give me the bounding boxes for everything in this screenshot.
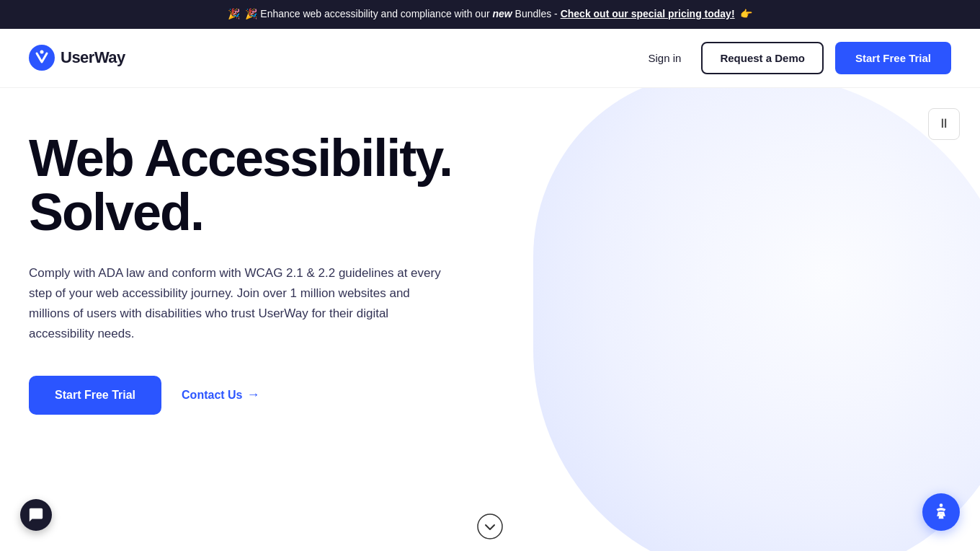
hero-title-line2: Solved. <box>29 183 203 241</box>
party-emoji: 🎉 <box>228 8 240 19</box>
chat-icon <box>28 507 44 523</box>
navbar: UserWay Sign in Request a Demo Start Fre… <box>0 29 980 88</box>
scroll-down-icon <box>477 513 503 539</box>
sign-in-link[interactable]: Sign in <box>640 46 690 70</box>
announcement-text: 🎉 🎉 Enhance web accessibility and compli… <box>225 8 756 19</box>
pause-button[interactable]: ⏸ <box>928 108 960 140</box>
hero-content: Web Accessibility. Solved. Comply with A… <box>29 131 504 415</box>
pause-icon: ⏸ <box>937 116 950 131</box>
svg-point-2 <box>478 514 502 539</box>
start-trial-nav-button[interactable]: Start Free Trial <box>835 42 951 74</box>
hero-section: Web Accessibility. Solved. Comply with A… <box>0 88 980 551</box>
logo[interactable]: UserWay <box>29 45 125 71</box>
pricing-link[interactable]: Check out our special pricing today! <box>561 8 735 19</box>
userway-logo-icon <box>29 45 55 71</box>
logo-text: UserWay <box>61 48 125 67</box>
hero-title: Web Accessibility. Solved. <box>29 131 504 240</box>
background-shape <box>533 88 980 551</box>
contact-us-label: Contact Us <box>182 389 242 402</box>
svg-point-3 <box>940 503 943 507</box>
accessibility-widget[interactable] <box>922 493 960 531</box>
chat-widget[interactable] <box>20 499 52 531</box>
accessibility-icon <box>931 502 951 522</box>
hero-description: Comply with ADA law and conform with WCA… <box>29 263 447 344</box>
svg-point-0 <box>29 45 55 71</box>
contact-arrow-icon: → <box>247 387 260 402</box>
nav-actions: Sign in Request a Demo Start Free Trial <box>640 42 951 74</box>
svg-point-1 <box>40 50 44 54</box>
contact-us-link[interactable]: Contact Us → <box>182 387 259 402</box>
finger-emoji: 👉 <box>740 8 752 19</box>
request-demo-button[interactable]: Request a Demo <box>701 42 824 74</box>
announcement-bar: 🎉 🎉 Enhance web accessibility and compli… <box>0 0 980 29</box>
start-trial-hero-button[interactable]: Start Free Trial <box>29 376 161 415</box>
hero-actions: Start Free Trial Contact Us → <box>29 376 504 415</box>
scroll-indicator[interactable] <box>477 513 503 539</box>
hero-title-line1: Web Accessibility. <box>29 129 452 187</box>
